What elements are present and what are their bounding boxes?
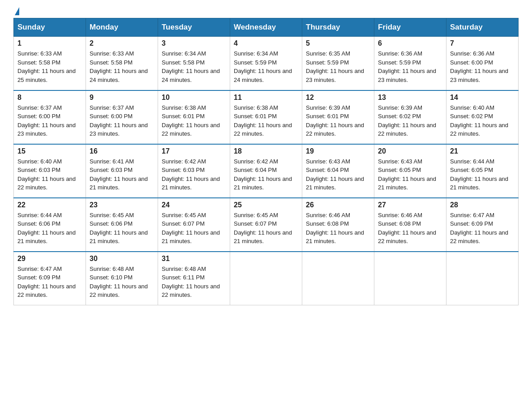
day-info: Sunrise: 6:45 AM Sunset: 6:07 PM Dayligh… [234,211,298,246]
calendar-cell: 30 Sunrise: 6:48 AM Sunset: 6:10 PM Dayl… [86,252,158,305]
day-number: 3 [162,39,226,47]
day-info: Sunrise: 6:37 AM Sunset: 6:00 PM Dayligh… [17,103,82,138]
day-number: 1 [17,39,82,47]
logo-triangle-icon [15,7,19,15]
day-number: 10 [162,94,226,102]
day-info: Sunrise: 6:45 AM Sunset: 6:06 PM Dayligh… [90,211,154,246]
calendar-cell [302,252,374,305]
day-info: Sunrise: 6:33 AM Sunset: 5:58 PM Dayligh… [17,49,82,84]
day-number: 23 [90,201,154,209]
day-info: Sunrise: 6:36 AM Sunset: 6:00 PM Dayligh… [450,49,515,84]
calendar-cell: 16 Sunrise: 6:41 AM Sunset: 6:03 PM Dayl… [86,144,158,198]
day-info: Sunrise: 6:48 AM Sunset: 6:10 PM Dayligh… [90,265,154,300]
day-info: Sunrise: 6:33 AM Sunset: 5:58 PM Dayligh… [90,49,154,84]
calendar-cell: 23 Sunrise: 6:45 AM Sunset: 6:06 PM Dayl… [86,198,158,252]
calendar-cell: 4 Sunrise: 6:34 AM Sunset: 5:59 PM Dayli… [230,37,302,90]
day-info: Sunrise: 6:43 AM Sunset: 6:05 PM Dayligh… [378,157,442,192]
day-number: 28 [450,201,515,209]
day-info: Sunrise: 6:40 AM Sunset: 6:03 PM Dayligh… [17,157,82,192]
calendar-header-friday: Friday [374,18,446,37]
day-number: 31 [162,255,226,263]
calendar-week-row-1: 1 Sunrise: 6:33 AM Sunset: 5:58 PM Dayli… [14,37,519,90]
calendar-cell: 17 Sunrise: 6:42 AM Sunset: 6:03 PM Dayl… [158,144,230,198]
day-info: Sunrise: 6:46 AM Sunset: 6:08 PM Dayligh… [306,211,370,246]
day-number: 14 [450,94,515,102]
calendar-week-row-5: 29 Sunrise: 6:47 AM Sunset: 6:09 PM Dayl… [14,252,519,305]
calendar-header-monday: Monday [86,18,158,37]
calendar-cell: 14 Sunrise: 6:40 AM Sunset: 6:02 PM Dayl… [446,90,519,144]
day-number: 15 [17,147,82,155]
day-number: 29 [17,255,82,263]
day-info: Sunrise: 6:43 AM Sunset: 6:04 PM Dayligh… [306,157,370,192]
calendar-cell: 3 Sunrise: 6:34 AM Sunset: 5:58 PM Dayli… [158,37,230,90]
calendar-cell [446,252,519,305]
calendar-cell: 15 Sunrise: 6:40 AM Sunset: 6:03 PM Dayl… [14,144,86,198]
day-number: 26 [306,201,370,209]
day-number: 22 [17,201,82,209]
calendar-cell: 18 Sunrise: 6:42 AM Sunset: 6:04 PM Dayl… [230,144,302,198]
day-info: Sunrise: 6:46 AM Sunset: 6:08 PM Dayligh… [378,211,442,246]
day-info: Sunrise: 6:39 AM Sunset: 6:01 PM Dayligh… [306,103,370,138]
calendar-cell: 19 Sunrise: 6:43 AM Sunset: 6:04 PM Dayl… [302,144,374,198]
calendar-cell: 22 Sunrise: 6:44 AM Sunset: 6:06 PM Dayl… [14,198,86,252]
day-number: 5 [306,39,370,47]
calendar-cell: 20 Sunrise: 6:43 AM Sunset: 6:05 PM Dayl… [374,144,446,198]
calendar-week-row-3: 15 Sunrise: 6:40 AM Sunset: 6:03 PM Dayl… [14,144,519,198]
calendar-cell: 11 Sunrise: 6:38 AM Sunset: 6:01 PM Dayl… [230,90,302,144]
calendar-cell: 10 Sunrise: 6:38 AM Sunset: 6:01 PM Dayl… [158,90,230,144]
day-number: 16 [90,147,154,155]
day-info: Sunrise: 6:48 AM Sunset: 6:11 PM Dayligh… [162,265,226,300]
day-info: Sunrise: 6:42 AM Sunset: 6:04 PM Dayligh… [234,157,298,192]
day-info: Sunrise: 6:38 AM Sunset: 6:01 PM Dayligh… [162,103,226,138]
calendar-header-wednesday: Wednesday [230,18,302,37]
calendar-cell: 28 Sunrise: 6:47 AM Sunset: 6:09 PM Dayl… [446,198,519,252]
day-number: 19 [306,147,370,155]
day-number: 7 [450,39,515,47]
day-info: Sunrise: 6:34 AM Sunset: 5:58 PM Dayligh… [162,49,226,84]
day-number: 11 [234,94,298,102]
calendar-cell: 8 Sunrise: 6:37 AM Sunset: 6:00 PM Dayli… [14,90,86,144]
calendar-header-tuesday: Tuesday [158,18,230,37]
calendar-cell: 29 Sunrise: 6:47 AM Sunset: 6:09 PM Dayl… [14,252,86,305]
day-number: 9 [90,94,154,102]
calendar-cell: 5 Sunrise: 6:35 AM Sunset: 5:59 PM Dayli… [302,37,374,90]
calendar-cell: 31 Sunrise: 6:48 AM Sunset: 6:11 PM Dayl… [158,252,230,305]
day-number: 21 [450,147,515,155]
calendar-cell: 27 Sunrise: 6:46 AM Sunset: 6:08 PM Dayl… [374,198,446,252]
calendar-header-saturday: Saturday [446,18,519,37]
day-info: Sunrise: 6:44 AM Sunset: 6:05 PM Dayligh… [450,157,515,192]
day-info: Sunrise: 6:37 AM Sunset: 6:00 PM Dayligh… [90,103,154,138]
day-number: 24 [162,201,226,209]
calendar-week-row-4: 22 Sunrise: 6:44 AM Sunset: 6:06 PM Dayl… [14,198,519,252]
day-number: 13 [378,94,442,102]
calendar-cell: 24 Sunrise: 6:45 AM Sunset: 6:07 PM Dayl… [158,198,230,252]
calendar-header-sunday: Sunday [14,18,86,37]
day-number: 17 [162,147,226,155]
calendar-cell [374,252,446,305]
calendar-header-thursday: Thursday [302,18,374,37]
day-info: Sunrise: 6:38 AM Sunset: 6:01 PM Dayligh… [234,103,298,138]
day-info: Sunrise: 6:47 AM Sunset: 6:09 PM Dayligh… [17,265,82,300]
day-info: Sunrise: 6:35 AM Sunset: 5:59 PM Dayligh… [306,49,370,84]
day-info: Sunrise: 6:47 AM Sunset: 6:09 PM Dayligh… [450,211,515,246]
day-info: Sunrise: 6:41 AM Sunset: 6:03 PM Dayligh… [90,157,154,192]
calendar-cell [230,252,302,305]
day-number: 2 [90,39,154,47]
day-info: Sunrise: 6:45 AM Sunset: 6:07 PM Dayligh… [162,211,226,246]
day-info: Sunrise: 6:36 AM Sunset: 5:59 PM Dayligh… [378,49,442,84]
day-number: 4 [234,39,298,47]
day-number: 18 [234,147,298,155]
calendar-cell: 13 Sunrise: 6:39 AM Sunset: 6:02 PM Dayl… [374,90,446,144]
calendar-cell: 12 Sunrise: 6:39 AM Sunset: 6:01 PM Dayl… [302,90,374,144]
day-info: Sunrise: 6:39 AM Sunset: 6:02 PM Dayligh… [378,103,442,138]
calendar-week-row-2: 8 Sunrise: 6:37 AM Sunset: 6:00 PM Dayli… [14,90,519,144]
day-number: 25 [234,201,298,209]
day-number: 27 [378,201,442,209]
day-number: 30 [90,255,154,263]
calendar-header-row: SundayMondayTuesdayWednesdayThursdayFrid… [14,18,519,37]
calendar-cell: 25 Sunrise: 6:45 AM Sunset: 6:07 PM Dayl… [230,198,302,252]
calendar-cell: 1 Sunrise: 6:33 AM Sunset: 5:58 PM Dayli… [14,37,86,90]
day-info: Sunrise: 6:34 AM Sunset: 5:59 PM Dayligh… [234,49,298,84]
day-info: Sunrise: 6:42 AM Sunset: 6:03 PM Dayligh… [162,157,226,192]
day-number: 6 [378,39,442,47]
